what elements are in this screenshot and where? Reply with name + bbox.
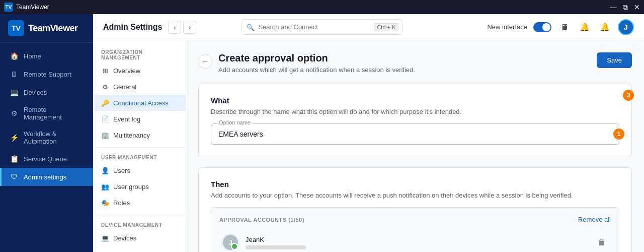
sidebar-item-remote-management[interactable]: ⚙ Remote Management: [0, 101, 93, 125]
panel-subtitle: Add accounts which will get a notificati…: [218, 66, 415, 74]
bell-icon[interactable]: 🔔: [578, 20, 592, 34]
user-avatar[interactable]: J: [618, 19, 634, 35]
sidebar-item-admin-settings[interactable]: 🛡 Admin settings: [0, 168, 93, 186]
sub-item-users[interactable]: 👤 Users: [93, 162, 186, 178]
sub-item-devices[interactable]: 💻 Devices: [93, 230, 186, 246]
sidebar-label-workflow: Workflow & Automation: [24, 130, 85, 145]
sidebar-logo: TV TeamViewer: [0, 14, 93, 43]
sub-sidebar: ORGANIZATION MANAGEMENT ⊞ Overview ⚙ Gen…: [93, 40, 186, 252]
sidebar-item-home[interactable]: 🏠 Home: [0, 47, 93, 65]
app-logo-icon: TV: [4, 3, 13, 12]
account-delete-button[interactable]: 🗑: [595, 235, 609, 249]
sub-item-users-label: Users: [113, 167, 130, 174]
maximize-button[interactable]: ⧉: [623, 3, 628, 12]
page-title: Admin Settings: [103, 23, 162, 32]
sub-item-event-log-label: Event log: [113, 115, 140, 123]
new-interface-toggle[interactable]: [533, 22, 551, 32]
sub-item-devices-label: Devices: [113, 234, 136, 242]
sub-item-overview[interactable]: ⊞ Overview: [93, 62, 186, 79]
badge-1: 1: [613, 129, 624, 140]
event-log-icon: 📄: [101, 115, 109, 123]
approval-title: APPROVAL ACCOUNTS (1/50): [219, 217, 304, 223]
sidebar-item-remote-support[interactable]: 🖥 Remote Support: [0, 65, 93, 83]
then-description: Add accounts to your option. These accou…: [211, 192, 619, 199]
panel-title: Create approval option: [218, 52, 415, 64]
account-avatar: J: [221, 233, 239, 251]
sidebar-logo-icon: TV: [8, 20, 24, 36]
new-interface-label: New interface: [487, 23, 527, 31]
device-groups-icon: 🗂: [101, 250, 109, 252]
what-heading: What: [211, 96, 619, 105]
org-section-title: ORGANIZATION MANAGEMENT: [93, 46, 186, 62]
remove-all-button[interactable]: Remove all: [578, 216, 611, 223]
notification-icon[interactable]: 🔔: [598, 20, 612, 34]
sub-item-roles-label: Roles: [113, 199, 130, 207]
sidebar-label-admin-settings: Admin settings: [24, 173, 66, 181]
user-groups-icon: 👥: [101, 182, 109, 191]
devices-icon: 💻: [10, 88, 19, 97]
multitenancy-icon: 🏢: [101, 131, 109, 139]
app-title: TeamViewer: [16, 4, 49, 11]
sub-item-device-groups-label: Device groups: [113, 250, 155, 253]
sub-item-event-log[interactable]: 📄 Event log: [93, 111, 186, 127]
sub-item-conditional-access-label: Conditional Access: [113, 99, 169, 107]
general-icon: ⚙: [101, 83, 109, 91]
save-button[interactable]: Save: [597, 52, 632, 68]
search-bar: 🔍 Ctrl + K: [242, 19, 403, 35]
account-avatar-inner: J: [223, 235, 238, 250]
approval-box: APPROVAL ACCOUNTS (1/50) Remove all J: [211, 207, 619, 252]
sidebar-nav: 🏠 Home 🖥 Remote Support 💻 Devices ⚙ Remo…: [0, 43, 93, 252]
device-icon: 💻: [101, 234, 109, 242]
search-icon: 🔍: [247, 23, 255, 31]
minimize-button[interactable]: —: [610, 3, 617, 11]
forward-arrow[interactable]: ›: [183, 21, 196, 34]
computer-icon[interactable]: 🖥: [557, 20, 572, 34]
title-bar-left: TV TeamViewer: [4, 3, 49, 12]
badge-3: 3: [623, 90, 634, 101]
account-info: JeanK: [246, 236, 589, 249]
then-heading: Then: [211, 180, 619, 188]
sidebar-label-remote-support: Remote Support: [24, 71, 71, 78]
divider-1: [93, 147, 186, 148]
sidebar-label-remote-management: Remote Management: [24, 106, 85, 121]
service-queue-icon: 📋: [10, 154, 19, 163]
option-name-label: Option name: [217, 119, 253, 125]
sidebar-item-workflow[interactable]: ⚡ Workflow & Automation: [0, 125, 93, 150]
sidebar-item-service-queue[interactable]: 📋 Service Queue: [0, 150, 93, 168]
sub-item-multitenancy-label: Multitenancy: [113, 132, 150, 139]
sub-item-multitenancy[interactable]: 🏢 Multitenancy: [93, 127, 186, 143]
nav-arrows: ‹ ›: [168, 21, 196, 34]
admin-settings-icon: 🛡: [10, 172, 19, 181]
users-icon: 👤: [101, 166, 109, 174]
panel-heading: Create approval option Add accounts whic…: [218, 52, 415, 74]
overview-icon: ⊞: [101, 67, 109, 75]
option-name-input[interactable]: [211, 123, 619, 145]
top-bar: Admin Settings ‹ › 🔍 Ctrl + K New interf…: [93, 14, 644, 40]
top-bar-actions: New interface 🖥 🔔 🔔 J: [487, 19, 633, 35]
then-section: Then Add accounts to your option. These …: [198, 167, 632, 252]
panel-back-button[interactable]: ←: [198, 54, 212, 69]
sub-item-user-groups-label: User groups: [113, 183, 149, 191]
sub-item-conditional-access[interactable]: 🔑 Conditional Access: [93, 95, 186, 111]
user-section-title: USER MANAGEMENT: [93, 152, 186, 162]
sub-item-general[interactable]: ⚙ General: [93, 79, 186, 95]
close-button[interactable]: ✕: [634, 3, 640, 11]
sidebar-item-devices[interactable]: 💻 Devices: [0, 83, 93, 101]
sub-item-roles[interactable]: 🎭 Roles: [93, 195, 186, 211]
title-bar: TV TeamViewer — ⧉ ✕: [0, 0, 644, 14]
remote-support-icon: 🖥: [10, 70, 19, 79]
back-arrow[interactable]: ‹: [168, 21, 181, 34]
device-section-title: DEVICE MANAGEMENT: [93, 219, 186, 230]
sidebar: TV TeamViewer 🏠 Home 🖥 Remote Support 💻 …: [0, 14, 93, 252]
sub-item-device-groups[interactable]: 🗂 Device groups: [93, 246, 186, 252]
roles-icon: 🎭: [101, 199, 109, 207]
conditional-access-icon: 🔑: [101, 99, 109, 107]
workflow-icon: ⚡: [10, 133, 19, 142]
window-controls[interactable]: — ⧉ ✕: [610, 3, 640, 12]
account-row: J JeanK 🗑: [219, 229, 611, 252]
approval-header: APPROVAL ACCOUNTS (1/50) Remove all: [219, 216, 611, 223]
sidebar-logo-text: TeamViewer: [28, 23, 77, 34]
sub-item-user-groups[interactable]: 👥 User groups: [93, 178, 186, 195]
option-name-field-group: Option name 1: [211, 123, 619, 145]
account-avatar-wrap: J: [221, 233, 239, 251]
